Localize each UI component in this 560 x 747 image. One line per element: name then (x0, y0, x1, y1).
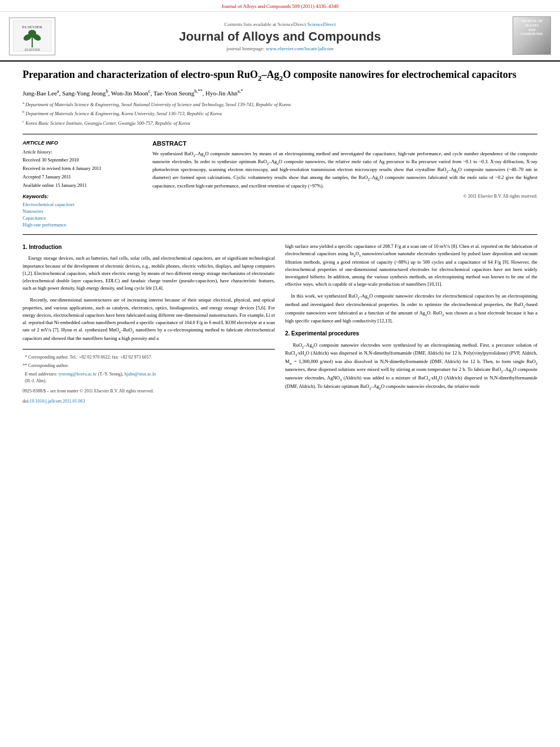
intro-para-1: Energy storage devices, such as batterie… (23, 255, 275, 292)
journal-citation: Journal of Alloys and Compounds 509 (201… (221, 3, 338, 9)
available-row: Available online 15 January 2011 (23, 182, 141, 189)
keyword-1: Electrochemical capacitors (23, 202, 141, 207)
accepted-text: Accepted 7 January 2011 (23, 174, 71, 180)
revised-row: Received in revised form 4 January 2011 (23, 165, 141, 172)
affiliation-b: b Department of Materials Science & Engi… (23, 109, 537, 117)
footer-note-1: * Corresponding author. Tel.: +82 02 970… (23, 354, 275, 361)
keyword-3: Capacitance (23, 215, 141, 221)
keywords-title: Keywords: (23, 194, 141, 199)
body-content: 1. Introduction Energy storage devices, … (23, 243, 537, 405)
history-label-text: Article history: (23, 149, 53, 155)
authors-line: Jung-Bae Leea, Sang-Yong Jeongb, Won-Jin… (23, 89, 537, 97)
copyright-line: © 2011 Elsevier B.V. All rights reserved… (152, 194, 537, 199)
footer-issn: 0925-8388/$ – see front matter © 2011 El… (23, 388, 275, 395)
keyword-4: High-rate performance (23, 222, 141, 228)
svg-text:ELSEVIER: ELSEVIER (22, 25, 42, 29)
journal-logo-image: JOURNAL OFALLOYSANDCOMPOUNDS (513, 16, 551, 55)
journal-header: ELSEVIER ELSEVIER Contents lists availab… (0, 12, 560, 62)
journal-center: Contents lists available at ScienceDirec… (54, 21, 506, 51)
received-row: Received 30 September 2010 (23, 157, 141, 164)
right-column: high surface area yielded a specific cap… (285, 243, 537, 405)
journal-logo-text: JOURNAL OFALLOYSANDCOMPOUNDS (513, 17, 550, 39)
section2-para: RuO2–Ag2O composite nanowire electrodes … (285, 342, 537, 391)
left-column: 1. Introduction Energy storage devices, … (23, 243, 275, 405)
intro-number: 1. (23, 244, 29, 250)
affiliation-c: c Korea Basic Science Institute, Gwangju… (23, 119, 537, 127)
history-label: Article history: (23, 149, 141, 156)
intro-title: 1. Introduction (23, 243, 275, 252)
journal-homepage-link[interactable]: www.elsevier.com/locate/jallcom (266, 46, 334, 51)
revised-text: Received in revised form 4 January 2011 (23, 165, 101, 171)
info-abstract-section: ARTICLE INFO Article history: Received 3… (23, 134, 537, 235)
main-content: Preparation and characterization of elec… (0, 62, 560, 412)
keyword-2: Nanowires (23, 208, 141, 214)
footer-email-line: E-mail addresses: tyseong@korea.ac.kr (T… (23, 371, 275, 385)
elsevier-tree-icon: ELSEVIER ELSEVIER (13, 20, 51, 51)
affiliation-a: a Department of Materials Science & Engi… (23, 100, 537, 108)
journal-title-heading: Journal of Alloys and Compounds (54, 29, 506, 44)
doi-link[interactable]: 10.1016/j.jallcom.2011.01.063 (29, 399, 85, 404)
article-info: ARTICLE INFO Article history: Received 3… (23, 140, 141, 229)
right-para-2: In this work, we synthesized RuO2–Ag2O c… (285, 292, 537, 325)
footer-section: * Corresponding author. Tel.: +82 02 970… (23, 349, 275, 405)
email-2[interactable]: hjahn@snut.ac.kr (125, 372, 156, 377)
top-bar: Journal of Alloys and Compounds 509 (201… (0, 0, 560, 12)
elsevier-logo-box: ELSEVIER ELSEVIER (9, 18, 55, 55)
footer-note-2: ** Corresponding author. (23, 362, 275, 369)
email-1[interactable]: tyseong@korea.ac.kr (59, 372, 97, 377)
article-info-title: ARTICLE INFO (23, 140, 141, 146)
affiliations: a Department of Materials Science & Engi… (23, 100, 537, 127)
contents-label: Contents lists available at ScienceDirec… (224, 21, 306, 27)
svg-point-5 (28, 30, 36, 36)
abstract-section: ABSTRACT We synthesized RuO2–Ag2O compos… (152, 140, 537, 229)
intro-para-2: Recently, one-dimensional nanostructures… (23, 296, 275, 342)
sciencedirect-link[interactable]: ScienceDirect (307, 21, 335, 27)
accepted-row: Accepted 7 January 2011 (23, 174, 141, 181)
svg-text:ELSEVIER: ELSEVIER (24, 48, 40, 51)
journal-homepage-line: journal homepage: www.elsevier.com/locat… (54, 46, 506, 51)
keywords-section: Keywords: Electrochemical capacitors Nan… (23, 194, 141, 228)
journal-logo-right: JOURNAL OFALLOYSANDCOMPOUNDS (506, 16, 551, 56)
elsevier-logo: ELSEVIER ELSEVIER (9, 18, 54, 55)
right-para-1: high surface area yielded a specific cap… (285, 243, 537, 288)
available-text: Available online 15 January 2011 (23, 182, 87, 188)
abstract-text: We synthesized RuO2–Ag2O composite nanow… (152, 150, 537, 190)
received-text: Received 30 September 2010 (23, 157, 79, 163)
abstract-title: ABSTRACT (152, 140, 537, 147)
footer-doi: doi:10.1016/j.jallcom.2011.01.063 (23, 398, 275, 405)
section2-title: 2. Experimental procedures (285, 329, 537, 338)
article-title: Preparation and characterization of elec… (23, 68, 537, 83)
sciencedirect-line: Contents lists available at ScienceDirec… (54, 21, 506, 27)
